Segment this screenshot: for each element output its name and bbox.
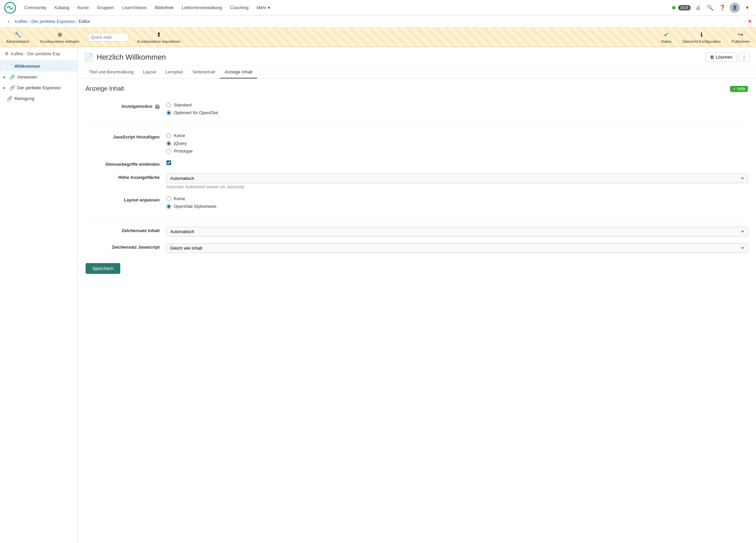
sidebar-espresso-label: Der perfekte Espresso bbox=[17, 85, 61, 90]
main-layout: ⚙ Kaffee - Der perfekte Esp 📄 Willkommen… bbox=[0, 47, 756, 543]
hoehe-hint: Automatic funktioniert besser mit Javasc… bbox=[166, 185, 748, 189]
radio-optimiert-label: Optimiert für OpenOlat bbox=[174, 110, 218, 115]
layout-radio-group: Keine OpenOlat Stylesheets bbox=[166, 196, 748, 209]
radio-openolat-layout-input[interactable] bbox=[166, 204, 171, 209]
nav-lektionenverwaltung[interactable]: Lektionenverwaltung bbox=[178, 0, 226, 15]
more-options-button[interactable]: ⋮ bbox=[739, 53, 749, 62]
radio-jquery[interactable]: jQuery bbox=[166, 141, 748, 146]
page-title: Herzlich Willkommen bbox=[97, 53, 705, 62]
radio-prototype-input[interactable] bbox=[166, 149, 171, 154]
nav-learnvideos[interactable]: LearnVideos bbox=[118, 0, 151, 15]
section-title: Anzeige Inhalt ✓ Hilfe bbox=[86, 85, 748, 92]
tab-lernpfad[interactable]: Lernpfad bbox=[161, 66, 188, 78]
sidebar-item-espresso[interactable]: ▶ 🔗 Der perfekte Espresso bbox=[0, 82, 77, 93]
config-button[interactable]: ℹ Übersicht Konfiguration bbox=[680, 30, 723, 45]
help-icon[interactable]: ❓ bbox=[718, 3, 727, 12]
status-indicator bbox=[672, 6, 675, 9]
radio-prototype[interactable]: Prototype bbox=[166, 149, 748, 154]
hoehe-label: Höhe Anzeigefläche bbox=[86, 173, 160, 180]
glossar-row: Glossarbegriffe einbinden bbox=[86, 157, 748, 170]
radio-openolat-layout[interactable]: OpenOlat Stylesheets bbox=[166, 204, 748, 209]
glossar-label: Glossarbegriffe einbinden bbox=[86, 160, 160, 167]
share-icon: ↪ bbox=[738, 31, 743, 38]
save-button[interactable]: Speichern bbox=[86, 263, 120, 274]
anzeige-inhalt-form: Anzeige Inhalt ✓ Hilfe Anzeigemodus ? St… bbox=[77, 78, 756, 281]
sidebar-willkommen-label: Willkommen bbox=[14, 64, 40, 69]
sidebar-reinigung-label: Reinigung bbox=[14, 96, 34, 101]
nav-mehr[interactable]: Mehr ▾ bbox=[253, 0, 274, 15]
page-header: 📄 Herzlich Willkommen 🗑 Löschen ⋮ bbox=[77, 47, 756, 66]
radio-keine-js[interactable]: Keine bbox=[166, 133, 748, 138]
divider-2 bbox=[86, 218, 748, 218]
admin-button[interactable]: 🔧 Administration bbox=[4, 30, 32, 45]
sidebar-item-reinigung[interactable]: 🔗 Reinigung bbox=[0, 93, 77, 104]
breadcrumb-course-link[interactable]: Kaffee - Der perfekte Espresso bbox=[15, 19, 75, 24]
radio-keine-layout-input[interactable] bbox=[166, 196, 171, 201]
quick-add-input[interactable] bbox=[88, 33, 128, 41]
glossar-field bbox=[166, 160, 748, 166]
anzeigemodus-help-icon[interactable]: ? bbox=[155, 104, 160, 109]
nav-coaching[interactable]: Coaching bbox=[226, 0, 253, 15]
nav-gruppen[interactable]: Gruppen bbox=[93, 0, 118, 15]
import-button[interactable]: ⬆ Kursbausteine importieren bbox=[135, 30, 182, 45]
delete-button[interactable]: 🗑 Löschen bbox=[705, 53, 737, 62]
anzeigemodus-radio-group: Standard Optimiert für OpenOlat bbox=[166, 102, 748, 115]
user-menu-icon[interactable]: ▾ bbox=[743, 3, 752, 12]
trash-icon: 🗑 bbox=[710, 55, 714, 60]
layout-row: Layout anpassen Keine OpenOlat Styleshee… bbox=[86, 193, 748, 212]
admin-label: Administration bbox=[6, 39, 30, 43]
status-button[interactable]: ✔ Status bbox=[659, 30, 673, 45]
print-icon[interactable]: 🖨 bbox=[693, 3, 703, 12]
radio-jquery-input[interactable] bbox=[166, 141, 171, 146]
radio-optimiert-input[interactable] bbox=[166, 110, 171, 115]
radio-optimiert[interactable]: Optimiert für OpenOlat bbox=[166, 110, 748, 115]
nav-katalog[interactable]: Katalog bbox=[51, 0, 73, 15]
tab-titel[interactable]: Titel und Beschreibung bbox=[84, 66, 138, 78]
top-navigation: Community Katalog Kurse Gruppen LearnVid… bbox=[0, 0, 756, 15]
insert-button[interactable]: ⊕ Kursbausteine einfügen bbox=[38, 30, 82, 45]
breadcrumb-back-icon[interactable]: ‹ bbox=[4, 17, 13, 26]
user-avatar[interactable]: 👤 bbox=[730, 3, 740, 13]
expand-arrow-icon: ▶ bbox=[3, 75, 6, 79]
zeichensatz-js-label: Zeichensatz Javascript bbox=[86, 243, 160, 250]
insert-label: Kursbausteine einfügen bbox=[40, 39, 80, 43]
radio-standard-label: Standard bbox=[174, 102, 192, 107]
nav-kurse[interactable]: Kurse bbox=[73, 0, 93, 15]
sidebar-item-vorwissen[interactable]: ▶ 🔗 Vorwissen bbox=[0, 71, 77, 82]
hoehe-row: Höhe Anzeigefläche Automatisch Automatic… bbox=[86, 170, 748, 193]
search-icon[interactable]: 🔍 bbox=[705, 3, 715, 12]
expand-arrow-espresso-icon: ▶ bbox=[3, 86, 6, 90]
nav-right-section: 0/19 🖨 🔍 ❓ 👤 ▾ bbox=[672, 3, 752, 13]
app-logo[interactable] bbox=[4, 2, 16, 14]
tab-anzeige-inhalt[interactable]: Anzeige Inhalt bbox=[220, 66, 257, 78]
hoehe-select[interactable]: Automatisch bbox=[166, 173, 748, 183]
link-icon-vorwissen: 🔗 bbox=[9, 74, 15, 79]
anzeigemodus-label: Anzeigemodus ? bbox=[86, 102, 160, 109]
radio-keine-js-label: Keine bbox=[174, 133, 185, 138]
zeichensatz-inhalt-row: Zeichensatz Inhalt Automatisch bbox=[86, 223, 748, 240]
sidebar-item-willkommen[interactable]: 📄 Willkommen bbox=[0, 61, 77, 71]
radio-openolat-layout-label: OpenOlat Stylesheets bbox=[174, 204, 216, 209]
glossar-checkbox[interactable] bbox=[166, 160, 171, 165]
tab-seiteninhalt[interactable]: Seiteninhalt bbox=[188, 66, 220, 78]
hoehe-field: Automatisch Automatic funktioniert besse… bbox=[166, 173, 748, 189]
nav-bibliothek[interactable]: Bibliothek bbox=[151, 0, 178, 15]
radio-standard[interactable]: Standard bbox=[166, 102, 748, 107]
breadcrumb-current: Editor bbox=[79, 19, 90, 24]
plus-circle-icon: ⊕ bbox=[57, 31, 62, 38]
breadcrumb-close-icon[interactable]: ✕ bbox=[748, 18, 752, 25]
publish-button[interactable]: ↪ Publizieren bbox=[730, 30, 752, 45]
tab-layout[interactable]: Layout bbox=[138, 66, 161, 78]
help-badge[interactable]: ✓ Hilfe bbox=[730, 86, 748, 92]
nav-community[interactable]: Community bbox=[20, 0, 51, 15]
link-icon-espresso: 🔗 bbox=[9, 85, 15, 90]
radio-keine-js-input[interactable] bbox=[166, 133, 171, 138]
zeichensatz-inhalt-select[interactable]: Automatisch bbox=[166, 227, 748, 236]
zeichensatz-inhalt-label: Zeichensatz Inhalt bbox=[86, 227, 160, 233]
radio-standard-input[interactable] bbox=[166, 103, 171, 107]
page-title-icon: 📄 bbox=[84, 53, 93, 62]
radio-keine-layout[interactable]: Keine bbox=[166, 196, 748, 201]
zeichensatz-js-select[interactable]: Gleich wie Inhalt bbox=[166, 243, 748, 253]
radio-keine-layout-label: Keine bbox=[174, 196, 185, 201]
javascript-radio-group: Keine jQuery Prototype bbox=[166, 133, 748, 154]
